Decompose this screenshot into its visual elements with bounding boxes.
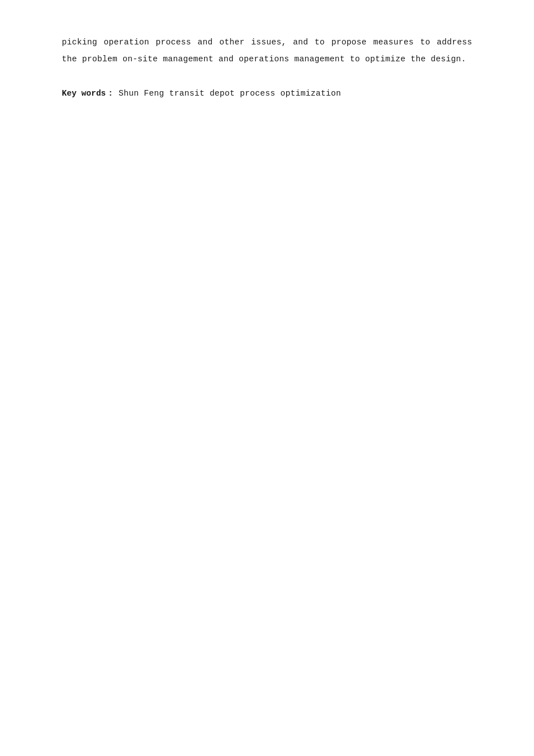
main-paragraph: picking operation process and other issu… xyxy=(62,34,472,68)
page-content: picking operation process and other issu… xyxy=(0,0,534,134)
keywords-label: Key words xyxy=(62,86,106,101)
keywords-values: Shun Feng transit depot process optimiza… xyxy=(119,86,341,101)
keywords-section: Key words: Shun Feng transit depot proce… xyxy=(62,86,472,101)
keywords-colon: : xyxy=(108,86,113,101)
